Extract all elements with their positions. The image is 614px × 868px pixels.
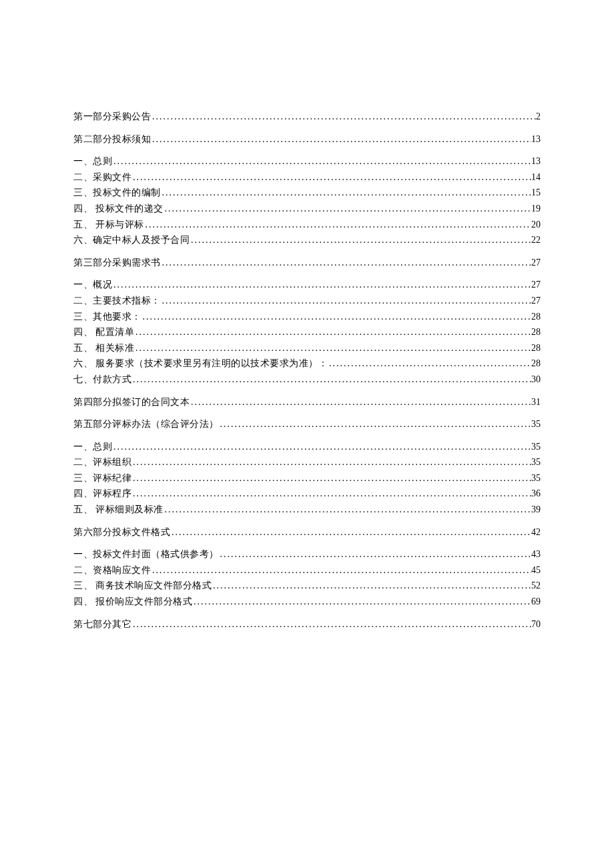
- toc-entry: 二、资格响应文件45: [73, 564, 541, 577]
- toc-entry-title: 一、概况: [73, 278, 112, 292]
- toc-entry-page: 43: [531, 548, 541, 561]
- toc-entry: 三、评标纪律35: [73, 472, 541, 485]
- toc-entry-title: 五、 开标与评标: [73, 218, 144, 232]
- toc-leader-dots: [219, 548, 532, 561]
- toc-leader-dots: [192, 595, 531, 608]
- toc-entry-title: 三、投标文件的编制: [73, 186, 161, 199]
- toc-entry: 三、其他要求：28: [73, 310, 541, 324]
- toc-entry-page: 27: [531, 294, 541, 308]
- toc-leader-dots: [164, 202, 532, 215]
- toc-entry-title: 二、主要技术指标：: [73, 294, 161, 308]
- toc-entry-page: 35: [531, 440, 541, 454]
- toc-entry: 二、主要技术指标：27: [73, 294, 541, 308]
- toc-entry-page: 27: [531, 278, 541, 292]
- toc-leader-dots: [131, 373, 531, 386]
- toc-leader-dots: [134, 326, 531, 339]
- toc-entry-title: 第二部分投标须知: [73, 133, 151, 146]
- toc-entry: 第一部分采购公告2: [73, 110, 541, 123]
- toc-entry-title: 一、总则: [73, 440, 112, 454]
- toc-leader-dots: [161, 186, 532, 199]
- toc-entry-title: 二、资格响应文件: [73, 564, 151, 577]
- toc-entry: 第五部分评标办法（综合评分法）35: [73, 418, 541, 431]
- toc-entry: 二、评标组织35: [73, 456, 541, 469]
- toc-entry: 第七部分其它70: [73, 618, 541, 631]
- toc-entry-page: 36: [531, 487, 541, 500]
- toc-entry: 六、确定中标人及授予合同22: [73, 234, 541, 247]
- toc-entry-page: 35: [531, 472, 541, 485]
- toc-entry-page: 52: [531, 579, 541, 592]
- toc-leader-dots: [161, 294, 532, 308]
- toc-entry-title: 三、 商务技术响应文件部分格式: [73, 579, 212, 592]
- toc-leader-dots: [151, 133, 531, 146]
- toc-entry-page: 35: [531, 418, 541, 431]
- toc-leader-dots: [161, 256, 532, 270]
- toc-entry: 第四部分拟签订的合同文本31: [73, 396, 541, 409]
- toc-entry: 四、 投标文件的递交19: [73, 202, 541, 215]
- toc-entry: 四、评标程序36: [73, 487, 541, 500]
- toc-entry-title: 二、采购文件: [73, 171, 131, 184]
- toc-entry-title: 第六部分投标文件格式: [73, 526, 170, 539]
- toc-entry: 三、 商务技术响应文件部分格式52: [73, 579, 541, 592]
- toc-entry: 五、 相关标准28: [73, 342, 541, 355]
- toc-entry-page: 13: [531, 133, 541, 146]
- toc-entry-page: 69: [531, 595, 541, 608]
- toc-entry-title: 第七部分其它: [73, 618, 131, 631]
- toc-leader-dots: [131, 456, 531, 469]
- toc-leader-dots: [144, 218, 532, 232]
- toc-entry-title: 第一部分采购公告: [73, 110, 151, 123]
- toc-entry-title: 五、 相关标准: [73, 342, 134, 355]
- toc-entry-page: 15: [531, 186, 541, 199]
- toc-entry: 六、 服务要求（技术要求里另有注明的以技术要求为准）：28: [73, 357, 541, 370]
- toc-entry-page: 39: [531, 503, 541, 516]
- toc-entry-page: 13: [531, 155, 541, 168]
- toc-entry-title: 一、总则: [73, 155, 112, 168]
- toc-entry-title: 四、 报价响应文件部分格式: [73, 595, 192, 608]
- toc-entry: 第六部分投标文件格式42: [73, 526, 541, 539]
- toc-entry-title: 第五部分评标办法（综合评分法）: [73, 418, 219, 431]
- toc-entry-title: 四、 投标文件的递交: [73, 202, 164, 215]
- toc-leader-dots: [112, 278, 531, 292]
- toc-leader-dots: [219, 418, 532, 431]
- toc-entry-title: 三、其他要求：: [73, 310, 141, 324]
- toc-entry-page: 35: [531, 456, 541, 469]
- toc-entry-title: 三、评标纪律: [73, 472, 131, 485]
- toc-entry: 一、概况27: [73, 278, 541, 292]
- toc-leader-dots: [112, 440, 531, 454]
- toc-leader-dots: [151, 564, 531, 577]
- toc-entry: 一、总则13: [73, 155, 541, 168]
- toc-leader-dots: [112, 155, 531, 168]
- toc-entry: 二、采购文件14: [73, 171, 541, 184]
- toc-entry-title: 二、评标组织: [73, 456, 131, 469]
- toc-leader-dots: [131, 487, 531, 500]
- toc-entry: 一、投标文件封面（格式供参考）43: [73, 548, 541, 561]
- toc-leader-dots: [170, 526, 531, 539]
- toc-entry-page: 30: [531, 373, 541, 386]
- toc-leader-dots: [164, 503, 532, 516]
- toc-entry: 七、付款方式30: [73, 373, 541, 386]
- toc-leader-dots: [131, 618, 531, 631]
- toc-leader-dots: [141, 310, 532, 324]
- toc-entry-page: 19: [531, 202, 541, 215]
- toc-entry-page: 14: [531, 171, 541, 184]
- toc-entry-title: 五、 评标细则及标准: [73, 503, 164, 516]
- toc-entry-page: 22: [531, 234, 541, 247]
- toc-entry-title: 第三部分采购需求书: [73, 256, 161, 270]
- toc-entry-page: 28: [531, 342, 541, 355]
- toc-entry-title: 六、确定中标人及授予合同: [73, 234, 190, 247]
- toc-leader-dots: [328, 357, 531, 370]
- toc-entry-title: 第四部分拟签订的合同文本: [73, 396, 190, 409]
- toc-entry-page: 27: [531, 256, 541, 270]
- toc-leader-dots: [131, 171, 531, 184]
- toc-entry: 四、 配置清单28: [73, 326, 541, 339]
- toc-entry-title: 一、投标文件封面（格式供参考）: [73, 548, 219, 561]
- toc-entry-page: 45: [531, 564, 541, 577]
- table-of-contents: 第一部分采购公告2第二部分投标须知13一、总则13二、采购文件14三、投标文件的…: [73, 110, 541, 630]
- toc-entry-page: 28: [531, 310, 541, 324]
- toc-entry-page: 70: [531, 618, 541, 631]
- toc-entry-page: 2: [536, 110, 541, 123]
- toc-entry: 一、总则35: [73, 440, 541, 454]
- toc-leader-dots: [134, 342, 531, 355]
- toc-entry-title: 四、 配置清单: [73, 326, 134, 339]
- toc-entry: 第二部分投标须知13: [73, 133, 541, 146]
- toc-entry-page: 28: [531, 326, 541, 339]
